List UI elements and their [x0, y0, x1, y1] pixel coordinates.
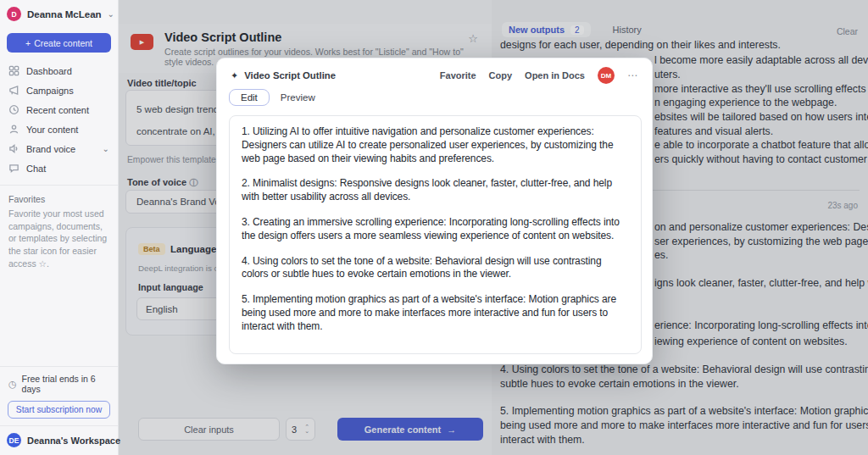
chat-icon [8, 163, 19, 174]
chevron-down-icon: ⌄ [103, 145, 109, 153]
speaker-icon [8, 143, 19, 154]
campaigns-icon [8, 85, 19, 96]
sidebar-item-your-content[interactable]: Your content [0, 119, 118, 139]
sidebar-nav: Dashboard Campaigns Recent content Your … [0, 61, 118, 178]
person-icon [8, 124, 19, 135]
plus-icon: + [25, 38, 31, 48]
sidebar-item-label: Your content [26, 125, 78, 135]
sidebar-item-label: Chat [26, 164, 46, 174]
start-subscription-button[interactable]: Start subscription now [8, 401, 110, 419]
user-avatar: D [7, 7, 21, 21]
modal-tabs: Edit Preview [229, 89, 326, 106]
output-paragraph: 2. Minimalist designs: Responsive design… [242, 177, 629, 204]
tab-edit[interactable]: Edit [229, 89, 270, 106]
clock-icon: ◷ [8, 379, 17, 390]
sidebar-item-dashboard[interactable]: Dashboard [0, 61, 118, 80]
chevron-down-icon: ⌄ [108, 10, 114, 19]
sidebar-item-brand-voice[interactable]: Brand voice ⌄ [0, 139, 118, 158]
modal-actions: Favorite Copy Open in Docs DM ⋯ [440, 67, 638, 84]
sidebar-item-label: Dashboard [26, 66, 72, 76]
modal-title: Video Script Outline [244, 70, 440, 80]
output-editor[interactable]: 1. Utilizing AI to offer intuitive navig… [229, 115, 642, 354]
output-paragraph: 3. Creating an immersive scrolling exper… [242, 216, 629, 243]
favorite-button[interactable]: Favorite [440, 70, 476, 80]
sparkle-icon: ✦ [231, 70, 238, 81]
sidebar-item-label: Campaigns [26, 86, 74, 96]
trial-text: Free trial ends in 6 days [22, 374, 109, 394]
workspace-avatar: DE [7, 433, 21, 447]
clock-icon [8, 104, 19, 115]
trial-status: ◷ Free trial ends in 6 days [0, 367, 118, 397]
output-paragraph: 5. Implementing motion graphics as part … [242, 293, 629, 333]
workspace-switcher[interactable]: DE Deanna's Workspace [0, 425, 118, 455]
modal-header: ✦ Video Script Outline Favorite Copy Ope… [217, 58, 652, 92]
copy-button[interactable]: Copy [489, 70, 513, 80]
output-paragraph: 4. Using colors to set the tone of a web… [242, 255, 629, 282]
sidebar-item-label: Recent content [26, 105, 89, 115]
favorites-title: Favorites [0, 186, 118, 208]
output-paragraph: 1. Utilizing AI to offer intuitive navig… [242, 125, 629, 165]
favorites-description: Favorite your most used campaigns, docum… [0, 208, 118, 269]
sidebar-item-campaigns[interactable]: Campaigns [0, 80, 118, 100]
tab-preview[interactable]: Preview [270, 90, 326, 105]
user-menu[interactable]: D Deanna McLean ⌄ [0, 0, 118, 26]
author-avatar: DM [598, 67, 615, 84]
create-content-label: Create content [34, 38, 92, 48]
workspace-name: Deanna's Workspace [27, 436, 120, 446]
user-name: Deanna McLean [27, 9, 102, 19]
sidebar: D Deanna McLean ⌄ + Create content Dashb… [0, 0, 119, 455]
open-in-docs-button[interactable]: Open in Docs [525, 70, 585, 80]
more-menu-icon[interactable]: ⋯ [627, 69, 638, 81]
sidebar-item-label: Brand voice [26, 144, 96, 154]
sidebar-item-chat[interactable]: Chat [0, 158, 118, 178]
output-modal: ✦ Video Script Outline Favorite Copy Ope… [216, 58, 653, 364]
dashboard-icon [8, 65, 19, 76]
sidebar-item-recent-content[interactable]: Recent content [0, 100, 118, 119]
app-window: D Deanna McLean ⌄ + Create content Dashb… [0, 0, 868, 455]
create-content-button[interactable]: + Create content [7, 33, 111, 53]
